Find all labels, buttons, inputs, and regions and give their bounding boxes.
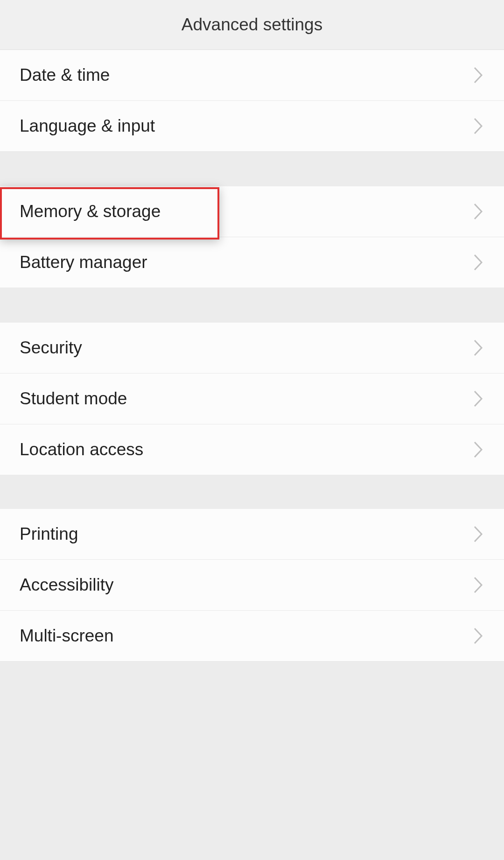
accessibility-item[interactable]: Accessibility	[0, 560, 504, 611]
chevron-right-icon	[472, 627, 484, 645]
security-item[interactable]: Security	[0, 323, 504, 374]
memory-storage-item[interactable]: Memory & storage	[0, 186, 504, 237]
item-label: Language & input	[20, 116, 155, 136]
chevron-right-icon	[472, 441, 484, 458]
section-gap	[0, 475, 504, 509]
chevron-right-icon	[472, 117, 484, 135]
item-label: Multi-screen	[20, 626, 114, 646]
chevron-right-icon	[472, 66, 484, 84]
item-label: Location access	[20, 440, 143, 459]
multi-screen-item[interactable]: Multi-screen	[0, 611, 504, 662]
language-input-item[interactable]: Language & input	[0, 101, 504, 152]
printing-item[interactable]: Printing	[0, 509, 504, 560]
header: Advanced settings	[0, 0, 504, 50]
chevron-right-icon	[472, 390, 484, 408]
chevron-right-icon	[472, 525, 484, 543]
section-gap	[0, 152, 504, 186]
battery-manager-item[interactable]: Battery manager	[0, 237, 504, 288]
item-label: Memory & storage	[20, 202, 161, 221]
section-gap	[0, 288, 504, 323]
date-time-item[interactable]: Date & time	[0, 50, 504, 101]
page-title: Advanced settings	[182, 15, 322, 35]
chevron-right-icon	[472, 339, 484, 357]
item-label: Security	[20, 338, 82, 358]
item-label: Battery manager	[20, 253, 147, 272]
chevron-right-icon	[472, 254, 484, 271]
chevron-right-icon	[472, 203, 484, 220]
student-mode-item[interactable]: Student mode	[0, 374, 504, 424]
item-label: Student mode	[20, 389, 127, 409]
item-label: Date & time	[20, 65, 110, 85]
item-label: Printing	[20, 524, 78, 544]
chevron-right-icon	[472, 576, 484, 594]
location-access-item[interactable]: Location access	[0, 424, 504, 475]
item-label: Accessibility	[20, 575, 114, 595]
